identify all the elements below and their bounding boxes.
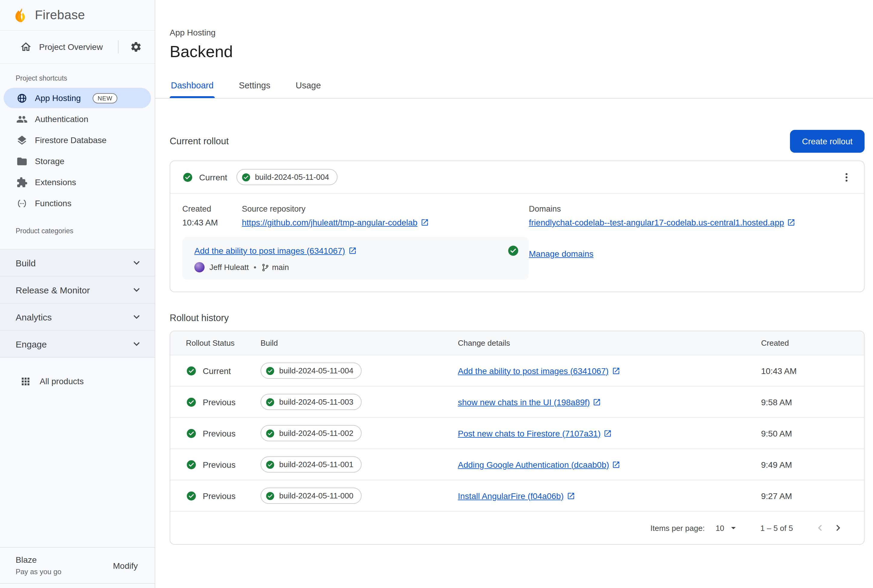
source-repository-url: https://github.com/jhuleatt/tmp-angular-… bbox=[242, 218, 418, 227]
row-status: Previous bbox=[203, 397, 236, 407]
sidebar-item-label: Storage bbox=[35, 156, 65, 166]
build-chip-label: build-2024-05-11-001 bbox=[279, 460, 353, 469]
project-shortcuts-label: Project shortcuts bbox=[0, 64, 155, 88]
check-circle-icon bbox=[265, 428, 275, 438]
change-link[interactable]: Add the ability to post images (6341067) bbox=[458, 366, 620, 375]
plan-description: Pay as you go bbox=[16, 567, 62, 576]
sidebar-item-label: App Hosting bbox=[35, 93, 81, 103]
chevron-down-icon bbox=[131, 257, 143, 269]
rollout-status: Current bbox=[182, 172, 227, 183]
row-created: 10:43 AM bbox=[761, 366, 854, 375]
check-circle-icon bbox=[186, 490, 197, 501]
plan-name: Blaze bbox=[16, 555, 62, 564]
table-pagination: Items per page: 10 1 – 5 of 5 bbox=[170, 511, 864, 544]
extensions-icon bbox=[16, 177, 28, 188]
commit-link[interactable]: Add the ability to post images (6341067) bbox=[194, 246, 356, 255]
project-settings-button[interactable] bbox=[126, 37, 146, 57]
domain-link[interactable]: friendlychat-codelab--test-angular17-cod… bbox=[529, 218, 795, 227]
external-link-icon bbox=[787, 218, 795, 226]
row-status: Previous bbox=[203, 491, 236, 501]
change-link[interactable]: Install AngularFire (f04a06b) bbox=[458, 491, 575, 501]
current-rollout-card: Current build-2024-05-11-004 bbox=[170, 160, 865, 292]
overflow-menu-button[interactable] bbox=[835, 166, 858, 189]
table-header-row: Rollout Status Build Change details Crea… bbox=[170, 331, 864, 355]
create-rollout-button[interactable]: Create rollout bbox=[790, 130, 865, 153]
external-link-icon bbox=[567, 492, 575, 500]
firebase-brand[interactable]: Firebase bbox=[0, 0, 155, 31]
check-circle-icon bbox=[186, 396, 197, 407]
table-row: Previous build-2024-05-11-003 show new c… bbox=[170, 386, 864, 417]
sidebar-item-label: Extensions bbox=[35, 177, 76, 187]
tab-bar: Dashboard Settings Usage bbox=[155, 75, 873, 99]
build-chip: build-2024-05-11-000 bbox=[260, 488, 362, 504]
external-link-icon bbox=[421, 218, 429, 226]
previous-page-button[interactable] bbox=[811, 519, 829, 537]
commit-author: Jeff Huleatt bbox=[209, 263, 249, 272]
project-overview-label: Project Overview bbox=[39, 42, 103, 52]
row-created: 9:49 AM bbox=[761, 460, 854, 469]
table-row: Previous build-2024-05-11-002 Post new c… bbox=[170, 417, 864, 448]
rollout-history-heading: Rollout history bbox=[170, 313, 228, 324]
build-chip: build-2024-05-11-001 bbox=[260, 456, 362, 472]
external-link-icon bbox=[612, 460, 621, 469]
check-circle-icon bbox=[265, 366, 275, 375]
build-chip-label: build-2024-05-11-003 bbox=[279, 398, 353, 406]
sidebar-item-app-hosting[interactable]: App Hosting NEW bbox=[4, 88, 151, 108]
category-engage[interactable]: Engage bbox=[0, 331, 155, 358]
created-value: 10:43 AM bbox=[182, 218, 242, 227]
tab-usage[interactable]: Usage bbox=[295, 75, 322, 98]
sidebar-item-firestore[interactable]: Firestore Database bbox=[4, 130, 151, 150]
items-per-page-value: 10 bbox=[716, 524, 724, 532]
items-per-page-select[interactable]: 10 bbox=[716, 522, 739, 533]
sidebar-item-label: Firestore Database bbox=[35, 135, 107, 145]
billing-plan: Blaze Pay as you go Modify bbox=[0, 547, 155, 583]
product-categories-label: Product categories bbox=[0, 214, 155, 240]
change-link[interactable]: show new chats in the UI (198a89f) bbox=[458, 397, 601, 407]
column-rollout-status: Rollout Status bbox=[186, 339, 260, 348]
project-overview[interactable]: Project Overview bbox=[0, 31, 155, 64]
manage-domains-link[interactable]: Manage domains bbox=[529, 249, 594, 258]
tab-dashboard[interactable]: Dashboard bbox=[170, 75, 215, 98]
modify-plan-button[interactable]: Modify bbox=[110, 556, 141, 575]
app-hosting-icon bbox=[16, 92, 28, 104]
category-build[interactable]: Build bbox=[0, 249, 155, 277]
category-release-monitor[interactable]: Release & Monitor bbox=[0, 277, 155, 304]
app-window: Firebase Project Overview Project shortc… bbox=[0, 0, 873, 588]
main-content: App Hosting Backend Dashboard Settings U… bbox=[155, 0, 873, 588]
sidebar-item-storage[interactable]: Storage bbox=[4, 151, 151, 171]
sidebar-item-authentication[interactable]: Authentication bbox=[4, 109, 151, 129]
chevron-right-icon bbox=[832, 522, 844, 534]
all-products-button[interactable]: All products bbox=[0, 368, 155, 395]
current-rollout-heading: Current rollout bbox=[170, 136, 228, 147]
category-label: Release & Monitor bbox=[16, 285, 90, 295]
sidebar-item-extensions[interactable]: Extensions bbox=[4, 172, 151, 192]
external-link-icon bbox=[612, 366, 620, 375]
table-row: Previous build-2024-05-11-000 Install An… bbox=[170, 480, 864, 511]
avatar bbox=[194, 262, 204, 272]
change-link[interactable]: Adding Google Authentication (dcaab0b) bbox=[458, 460, 621, 469]
check-circle-icon bbox=[265, 397, 275, 407]
category-label: Analytics bbox=[16, 312, 52, 322]
source-repository-link[interactable]: https://github.com/jhuleatt/tmp-angular-… bbox=[242, 218, 429, 227]
check-circle-icon bbox=[241, 172, 251, 182]
table-row: Current build-2024-05-11-004 Add the abi… bbox=[170, 355, 864, 386]
tab-settings[interactable]: Settings bbox=[237, 75, 272, 98]
column-build: Build bbox=[260, 339, 458, 348]
domains-label: Domains bbox=[529, 203, 852, 213]
category-label: Engage bbox=[16, 339, 47, 349]
branch-icon bbox=[261, 263, 269, 272]
page-title: Backend bbox=[170, 43, 859, 62]
row-status: Current bbox=[203, 366, 231, 375]
change-title: Install AngularFire (f04a06b) bbox=[458, 491, 564, 501]
chevron-down-icon bbox=[131, 311, 143, 323]
storage-icon bbox=[16, 155, 28, 167]
category-analytics[interactable]: Analytics bbox=[0, 304, 155, 331]
items-per-page-label: Items per page: bbox=[651, 524, 705, 532]
sidebar: Firebase Project Overview Project shortc… bbox=[0, 0, 155, 588]
change-link[interactable]: Post new chats to Firestore (7107a31) bbox=[458, 428, 612, 438]
row-created: 9:50 AM bbox=[761, 428, 854, 438]
next-page-button[interactable] bbox=[829, 519, 847, 537]
new-badge: NEW bbox=[93, 93, 117, 103]
sidebar-item-functions[interactable]: Functions bbox=[4, 193, 151, 213]
change-title: Post new chats to Firestore (7107a31) bbox=[458, 428, 601, 438]
